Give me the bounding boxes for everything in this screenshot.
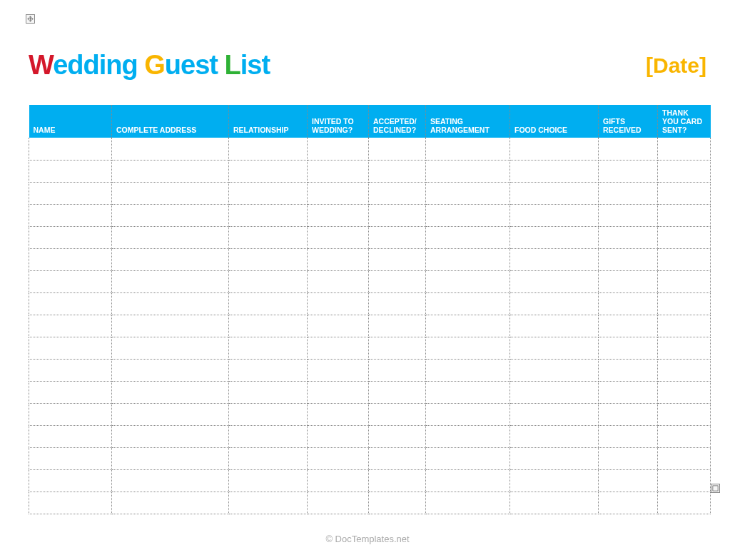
table-cell[interactable]: [426, 138, 510, 160]
table-cell[interactable]: [308, 425, 369, 447]
table-cell[interactable]: [426, 182, 510, 204]
table-cell[interactable]: [658, 270, 711, 292]
table-cell[interactable]: [112, 138, 229, 160]
table-cell[interactable]: [369, 226, 426, 248]
table-cell[interactable]: [426, 226, 510, 248]
table-cell[interactable]: [426, 160, 510, 182]
table-cell[interactable]: [510, 292, 599, 315]
table-cell[interactable]: [369, 492, 426, 514]
table-cell[interactable]: [658, 248, 711, 270]
table-cell[interactable]: [229, 292, 308, 315]
table-cell[interactable]: [112, 270, 229, 292]
table-cell[interactable]: [369, 270, 426, 292]
table-cell[interactable]: [658, 182, 711, 204]
table-cell[interactable]: [426, 492, 510, 514]
table-cell[interactable]: [658, 425, 711, 447]
table-cell[interactable]: [369, 425, 426, 447]
table-cell[interactable]: [112, 403, 229, 425]
table-cell[interactable]: [510, 182, 599, 204]
table-cell[interactable]: [29, 182, 112, 204]
table-cell[interactable]: [426, 403, 510, 425]
table-cell[interactable]: [510, 204, 599, 226]
table-cell[interactable]: [308, 292, 369, 315]
table-cell[interactable]: [510, 160, 599, 182]
table-cell[interactable]: [599, 292, 658, 315]
table-cell[interactable]: [658, 359, 711, 381]
table-cell[interactable]: [229, 204, 308, 226]
table-cell[interactable]: [426, 270, 510, 292]
table-cell[interactable]: [229, 403, 308, 425]
table-cell[interactable]: [29, 337, 112, 359]
table-cell[interactable]: [658, 337, 711, 359]
table-cell[interactable]: [658, 492, 711, 514]
table-cell[interactable]: [510, 315, 599, 337]
table-cell[interactable]: [112, 381, 229, 403]
table-cell[interactable]: [599, 160, 658, 182]
table-cell[interactable]: [369, 315, 426, 337]
date-placeholder[interactable]: [Date]: [646, 54, 706, 78]
table-cell[interactable]: [369, 292, 426, 315]
table-cell[interactable]: [599, 315, 658, 337]
table-cell[interactable]: [229, 447, 308, 469]
table-cell[interactable]: [112, 204, 229, 226]
table-cell[interactable]: [599, 425, 658, 447]
table-cell[interactable]: [308, 447, 369, 469]
table-cell[interactable]: [229, 492, 308, 514]
table-cell[interactable]: [112, 160, 229, 182]
table-cell[interactable]: [599, 469, 658, 492]
table-cell[interactable]: [308, 469, 369, 492]
table-cell[interactable]: [112, 315, 229, 337]
table-cell[interactable]: [29, 381, 112, 403]
table-cell[interactable]: [369, 138, 426, 160]
table-cell[interactable]: [426, 469, 510, 492]
table-cell[interactable]: [229, 226, 308, 248]
table-cell[interactable]: [308, 381, 369, 403]
table-cell[interactable]: [308, 226, 369, 248]
table-cell[interactable]: [599, 270, 658, 292]
table-cell[interactable]: [599, 447, 658, 469]
table-cell[interactable]: [510, 248, 599, 270]
table-cell[interactable]: [510, 403, 599, 425]
table-cell[interactable]: [426, 381, 510, 403]
table-cell[interactable]: [426, 292, 510, 315]
table-cell[interactable]: [426, 447, 510, 469]
table-cell[interactable]: [112, 182, 229, 204]
table-cell[interactable]: [658, 447, 711, 469]
table-cell[interactable]: [308, 270, 369, 292]
table-cell[interactable]: [229, 337, 308, 359]
table-cell[interactable]: [229, 425, 308, 447]
table-cell[interactable]: [229, 469, 308, 492]
table-cell[interactable]: [658, 315, 711, 337]
table-cell[interactable]: [369, 182, 426, 204]
table-cell[interactable]: [510, 381, 599, 403]
table-cell[interactable]: [658, 138, 711, 160]
table-cell[interactable]: [658, 204, 711, 226]
table-cell[interactable]: [112, 337, 229, 359]
table-cell[interactable]: [112, 492, 229, 514]
table-cell[interactable]: [426, 359, 510, 381]
table-cell[interactable]: [510, 359, 599, 381]
table-cell[interactable]: [229, 248, 308, 270]
table-cell[interactable]: [426, 204, 510, 226]
table-cell[interactable]: [510, 492, 599, 514]
table-cell[interactable]: [229, 381, 308, 403]
table-cell[interactable]: [369, 381, 426, 403]
table-cell[interactable]: [426, 315, 510, 337]
table-cell[interactable]: [426, 248, 510, 270]
table-cell[interactable]: [29, 160, 112, 182]
table-cell[interactable]: [510, 270, 599, 292]
table-cell[interactable]: [658, 381, 711, 403]
table-cell[interactable]: [29, 204, 112, 226]
table-cell[interactable]: [599, 359, 658, 381]
table-cell[interactable]: [29, 447, 112, 469]
table-cell[interactable]: [510, 469, 599, 492]
table-cell[interactable]: [229, 182, 308, 204]
table-cell[interactable]: [658, 226, 711, 248]
table-cell[interactable]: [599, 138, 658, 160]
table-cell[interactable]: [308, 315, 369, 337]
table-cell[interactable]: [29, 425, 112, 447]
table-cell[interactable]: [426, 425, 510, 447]
table-cell[interactable]: [369, 359, 426, 381]
table-cell[interactable]: [229, 359, 308, 381]
table-cell[interactable]: [308, 492, 369, 514]
